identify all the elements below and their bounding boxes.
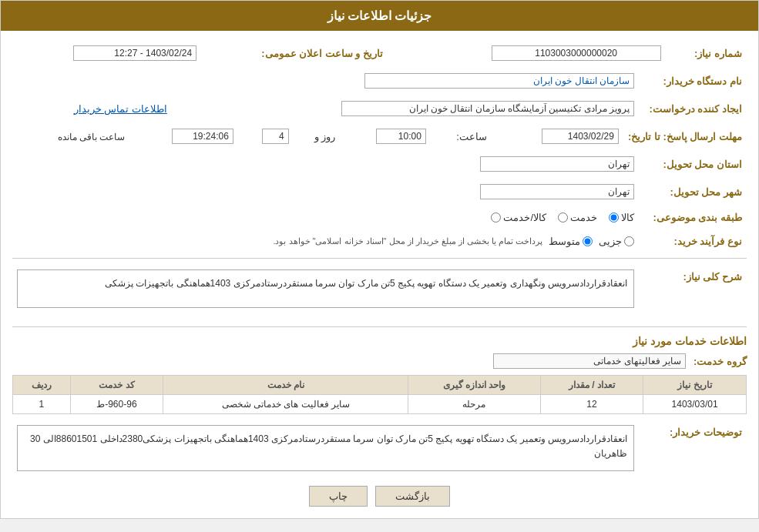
sharh-description: انعقادقراردادسرویس ونگهداری وتعمیر یک دس… xyxy=(17,269,634,308)
group-khedmat-label: گروه خدمت: xyxy=(694,356,747,367)
mohlat-date-cell xyxy=(492,125,623,147)
cell-vahid: مرحله xyxy=(408,395,540,414)
radio-kala-khedmat-input[interactable] xyxy=(491,212,501,223)
cell-radif: 1 xyxy=(13,395,71,414)
shahr-input xyxy=(480,184,634,199)
radio-khedmat[interactable]: خدمت xyxy=(558,212,597,223)
page-title: جزئیات اطلاعات نیاز xyxy=(327,9,432,22)
radio-kala-khedmat-label: کالا/خدمت xyxy=(503,212,546,223)
tozihat-box: انعقادقراردادسرویس وتعمیر یک دستگاه تهوی… xyxy=(17,425,634,471)
ijad-konande-label: ایجاد کننده درخواست: xyxy=(639,98,747,119)
radio-jozyi[interactable]: جزیی xyxy=(599,236,634,247)
radio-khedmat-input[interactable] xyxy=(558,212,568,223)
mohlat-rooz-label-cell: روز و xyxy=(294,125,341,147)
radio-kala-label: کالا xyxy=(621,212,634,223)
sharh-label: شرح کلی نیاز: xyxy=(639,266,747,319)
mohlat-saat-cell xyxy=(340,125,431,147)
mohlat-rooz-cell xyxy=(238,125,294,147)
radio-motavaset-label: متوسط xyxy=(549,236,580,247)
radio-motavaset-input[interactable] xyxy=(583,236,593,246)
cell-kod-khedmat: 960-96-ط xyxy=(70,395,163,414)
tozihat-label: توضیحات خریدار: xyxy=(639,422,747,474)
ostan-label: استان محل تحویل: xyxy=(639,153,747,175)
noav-note: پرداخت تمام یا بخشی از مبلغ خریدار از مح… xyxy=(273,236,542,246)
tabaqe-radios: کالا/خدمت خدمت کالا xyxy=(12,209,639,226)
nam-dastgah-value xyxy=(12,70,639,92)
info-services-title: اطلاعات خدمات مورد نیاز xyxy=(12,335,747,347)
mohlat-label: مهلت ارسال پاسخ: تا تاریخ: xyxy=(623,125,747,147)
tabaqe-label: طبقه بندی موضوعی: xyxy=(639,209,747,226)
ostan-input xyxy=(480,156,634,172)
col-tarikh: تاریخ نیاز xyxy=(643,376,747,395)
mohlat-date-input xyxy=(542,129,619,144)
nam-dastgah-label: نام دستگاه خریدار: xyxy=(639,70,747,92)
group-khedmat-input xyxy=(493,353,686,369)
radio-jozyi-label: جزیی xyxy=(599,236,622,247)
page-header: جزئیات اطلاعات نیاز xyxy=(1,1,758,31)
col-vahid: واحد اندازه گیری xyxy=(408,376,540,395)
ijad-konande-input xyxy=(341,101,634,116)
radio-kala-input[interactable] xyxy=(609,212,619,223)
cell-nam-khedmat: سایر فعالیت های خدماتی شخصی xyxy=(163,395,408,414)
col-nam-khedmat: نام خدمت xyxy=(163,376,408,395)
col-radif: ردیف xyxy=(13,376,71,395)
nam-dastgah-input xyxy=(364,73,634,89)
noav-farayand-content: جزیی متوسط پرداخت تمام یا بخشی از مبلغ خ… xyxy=(12,233,639,250)
cell-tedad: 12 xyxy=(540,395,643,414)
shomara-niaz-label: شماره نیاز: xyxy=(666,42,747,64)
mohlat-rooz-input xyxy=(262,129,289,144)
shahr-label: شهر محل تحویل: xyxy=(639,181,747,202)
ettelaat-tamas-link[interactable]: اطلاعات تماس خریدار xyxy=(74,103,167,115)
buttons-row: بازگشت چاپ xyxy=(12,486,747,507)
tozihat-value-cell: انعقادقراردادسرویس وتعمیر یک دستگاه تهوی… xyxy=(12,422,639,474)
radio-motavaset[interactable]: متوسط xyxy=(549,236,593,247)
tarikh-saat-value xyxy=(12,42,201,64)
mohlat-mande-cell xyxy=(129,125,238,147)
mohlat-saat-input xyxy=(376,129,426,144)
col-kod-khedmat: کد خدمت xyxy=(70,376,163,395)
mohlat-saat-label-cell: ساعت: xyxy=(431,125,492,147)
radio-kala[interactable]: کالا xyxy=(609,212,634,223)
mohlat-mande-label-cell: ساعت باقی مانده xyxy=(12,125,129,147)
shomara-niaz-value xyxy=(411,42,666,64)
noav-farayand-label: نوع فرآیند خرید: xyxy=(639,233,747,250)
cell-tarikh: 1403/03/01 xyxy=(643,395,747,414)
mohlat-mande-input xyxy=(172,129,233,144)
print-button[interactable]: چاپ xyxy=(309,486,368,507)
shahr-value xyxy=(12,181,639,202)
shomara-niaz-input xyxy=(492,45,661,61)
services-table: تاریخ نیاز تعداد / مقدار واحد اندازه گیر… xyxy=(12,375,747,414)
radio-khedmat-label: خدمت xyxy=(570,212,597,223)
ijad-konande-value xyxy=(175,98,639,119)
ostan-value xyxy=(12,153,639,175)
tarikh-saat-input xyxy=(73,45,196,61)
radio-jozyi-input[interactable] xyxy=(624,236,634,246)
tarikh-saat-label: تاریخ و ساعت اعلان عمومی: xyxy=(201,42,388,64)
back-button[interactable]: بازگشت xyxy=(375,486,450,507)
table-row: 1403/03/01 12 مرحله سایر فعالیت های خدما… xyxy=(13,395,747,414)
sharh-value-cell: انعقادقراردادسرویس ونگهداری وتعمیر یک دس… xyxy=(12,266,639,319)
radio-kala-khedmat[interactable]: کالا/خدمت xyxy=(491,212,546,223)
col-tedad: تعداد / مقدار xyxy=(540,376,643,395)
